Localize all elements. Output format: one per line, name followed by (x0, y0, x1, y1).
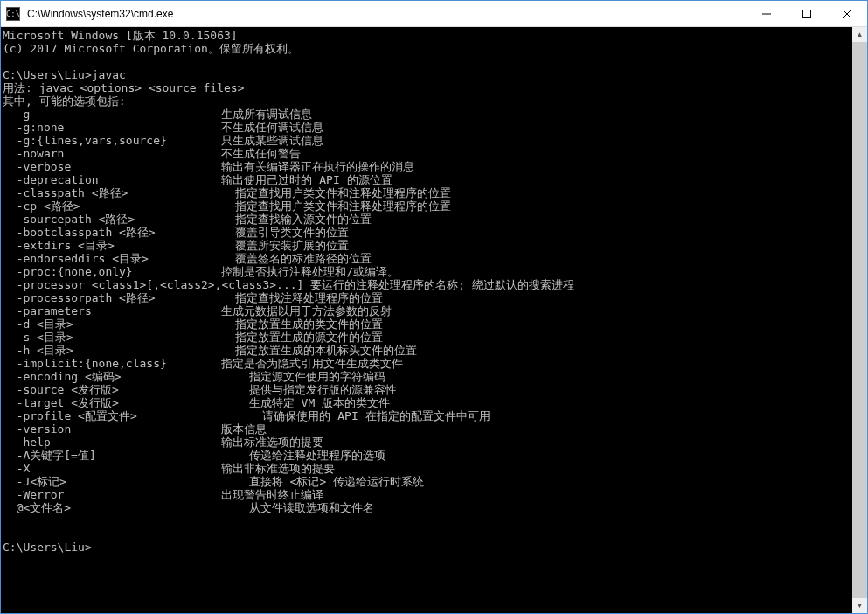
option-description: 指定是否为隐式引用文件生成类文件 (221, 357, 403, 370)
option-description: 版本信息 (221, 422, 267, 436)
option-description: 指定查找用户类文件和注释处理程序的位置 (221, 186, 451, 199)
option-line: @<文件名> 从文件读取选项和文件名 (3, 501, 852, 514)
option-line: -g:none不生成任何调试信息 (3, 121, 852, 134)
options-intro: 其中, 可能的选项包括: (3, 94, 852, 108)
option-flag: -target <发行版> (3, 396, 221, 409)
option-line: -g:{lines,vars,source}只生成某些调试信息 (3, 134, 852, 147)
option-description: 指定查找用户类文件和注释处理程序的位置 (221, 199, 451, 213)
option-description: 不生成任何警告 (221, 147, 301, 160)
option-flag: -Werror (3, 488, 221, 501)
prompt-line: C:\Users\Liu>javac (3, 68, 852, 81)
option-flag: -d <目录> (3, 317, 221, 331)
option-line: -classpath <路径> 指定查找用户类文件和注释处理程序的位置 (3, 186, 852, 199)
option-description: 指定放置生成的类文件的位置 (221, 317, 383, 331)
minimize-icon (762, 10, 771, 18)
option-line: -encoding <编码> 指定源文件使用的字符编码 (3, 370, 852, 383)
option-line: -d <目录> 指定放置生成的类文件的位置 (3, 317, 852, 331)
option-line: -processor <class1>[,<class2>,<class3>..… (3, 278, 852, 291)
option-line: -extdirs <目录> 覆盖所安装扩展的位置 (3, 239, 852, 252)
option-description: 生成元数据以用于方法参数的反射 (221, 304, 392, 317)
option-line: -A关键字[=值] 传递给注释处理程序的选项 (3, 449, 852, 462)
option-flag: -source <发行版> (3, 383, 221, 396)
option-description: 覆盖签名的标准路径的位置 (221, 252, 372, 265)
option-description: 指定源文件使用的字符编码 (221, 370, 385, 383)
prompt-line (3, 514, 852, 527)
prompt-line: C:\Users\Liu> (3, 541, 852, 554)
console-header-line: (c) 2017 Microsoft Corporation。保留所有权利。 (3, 42, 852, 55)
option-line: -target <发行版> 生成特定 VM 版本的类文件 (3, 396, 852, 409)
option-description: 指定放置生成的源文件的位置 (221, 331, 383, 344)
scroll-track[interactable] (852, 42, 867, 598)
option-flag: -profile <配置文件> (3, 409, 221, 422)
option-description: 生成所有调试信息 (221, 108, 312, 121)
option-flag: -implicit:{none,class} (3, 357, 221, 370)
titlebar[interactable]: C:\ C:\Windows\system32\cmd.exe (1, 1, 867, 27)
option-line: -bootclasspath <路径> 覆盖引导类文件的位置 (3, 226, 852, 239)
console-header-line: Microsoft Windows [版本 10.0.15063] (3, 29, 852, 42)
option-flag: -sourcepath <路径> (3, 213, 221, 226)
scroll-thumb[interactable] (852, 42, 867, 598)
option-flag: -parameters (3, 304, 221, 317)
option-flag: @<文件名> (3, 501, 221, 514)
option-flag: -nowarn (3, 147, 221, 160)
option-description: 提供与指定发行版的源兼容性 (221, 383, 396, 396)
option-line: -deprecation输出使用已过时的 API 的源位置 (3, 173, 852, 186)
option-line: -verbose输出有关编译器正在执行的操作的消息 (3, 160, 852, 173)
option-flag: -endorseddirs <目录> (3, 252, 221, 265)
option-flag: -proc:{none,only} (3, 265, 221, 278)
option-line: -version版本信息 (3, 422, 852, 436)
usage-line: 用法: javac <options> <source files> (3, 81, 852, 94)
option-flag: -verbose (3, 160, 221, 173)
option-flag: -g:none (3, 121, 221, 134)
scroll-down-button[interactable]: ▼ (852, 598, 867, 613)
option-line: -implicit:{none,class}指定是否为隐式引用文件生成类文件 (3, 357, 852, 370)
option-line: -processorpath <路径> 指定查找注释处理程序的位置 (3, 291, 852, 304)
app-icon: C:\ (6, 7, 20, 21)
option-description: 出现警告时终止编译 (221, 488, 323, 501)
option-description: 只生成某些调试信息 (221, 134, 323, 147)
close-button[interactable] (827, 1, 867, 26)
window-controls (746, 1, 867, 26)
option-line: -parameters生成元数据以用于方法参数的反射 (3, 304, 852, 317)
option-flag: -bootclasspath <路径> (3, 226, 221, 239)
vertical-scrollbar[interactable]: ▲ ▼ (852, 27, 867, 613)
console-output[interactable]: Microsoft Windows [版本 10.0.15063](c) 201… (1, 27, 852, 613)
option-description: 覆盖引导类文件的位置 (221, 226, 349, 239)
option-flag: -h <目录> (3, 344, 221, 357)
prompt-line (3, 527, 852, 541)
option-flag: -encoding <编码> (3, 370, 221, 383)
option-description: 指定放置生成的本机标头文件的位置 (221, 344, 417, 357)
option-line: -nowarn不生成任何警告 (3, 147, 852, 160)
option-line: -profile <配置文件> 请确保使用的 API 在指定的配置文件中可用 (3, 409, 852, 422)
option-flag: -version (3, 422, 221, 436)
option-flag: -processorpath <路径> (3, 291, 221, 304)
option-line: -help输出标准选项的提要 (3, 436, 852, 449)
maximize-button[interactable] (787, 1, 827, 26)
option-line: -source <发行版> 提供与指定发行版的源兼容性 (3, 383, 852, 396)
option-line: -cp <路径> 指定查找用户类文件和注释处理程序的位置 (3, 199, 852, 213)
option-description: 输出使用已过时的 API 的源位置 (221, 173, 392, 186)
option-description: 输出有关编译器正在执行的操作的消息 (221, 160, 414, 173)
option-description: 覆盖所安装扩展的位置 (221, 239, 349, 252)
svg-rect-1 (803, 10, 811, 17)
console-header-line (3, 55, 852, 68)
option-flag: -extdirs <目录> (3, 239, 221, 252)
maximize-icon (802, 10, 811, 18)
option-flag: -X (3, 462, 221, 475)
option-flag: -cp <路径> (3, 199, 221, 213)
option-line: -s <目录> 指定放置生成的源文件的位置 (3, 331, 852, 344)
option-line: -sourcepath <路径> 指定查找输入源文件的位置 (3, 213, 852, 226)
option-flag: -g:{lines,vars,source} (3, 134, 221, 147)
option-line: -J<标记> 直接将 <标记> 传递给运行时系统 (3, 475, 852, 488)
option-description: 从文件读取选项和文件名 (221, 501, 373, 514)
minimize-button[interactable] (746, 1, 787, 26)
option-line: -X输出非标准选项的提要 (3, 462, 852, 475)
option-flag: -deprecation (3, 173, 221, 186)
option-description: 指定查找注释处理程序的位置 (221, 291, 383, 304)
option-description: 输出标准选项的提要 (221, 436, 323, 449)
option-description: 不生成任何调试信息 (221, 121, 323, 134)
scroll-up-button[interactable]: ▲ (852, 27, 867, 42)
option-line: -g生成所有调试信息 (3, 108, 852, 121)
option-flag: -A关键字[=值] (3, 449, 221, 462)
option-description: 控制是否执行注释处理和/或编译。 (221, 265, 399, 278)
